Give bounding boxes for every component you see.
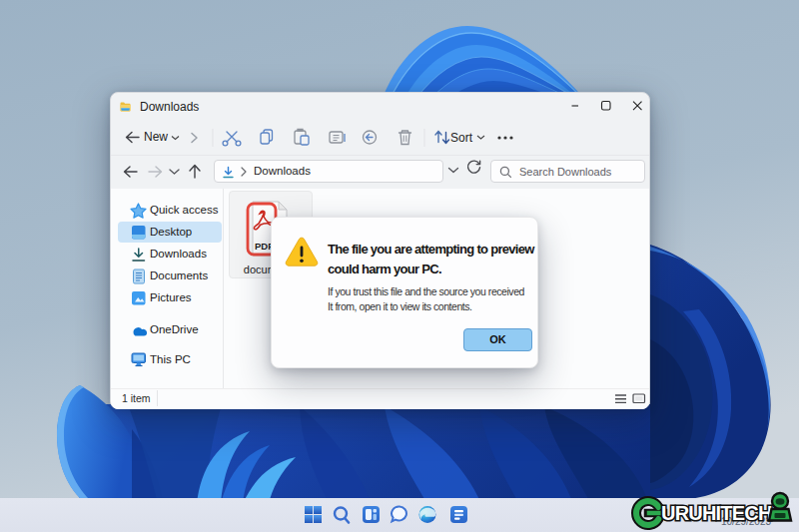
svg-text:URUHITECH: URUHITECH xyxy=(661,502,772,524)
